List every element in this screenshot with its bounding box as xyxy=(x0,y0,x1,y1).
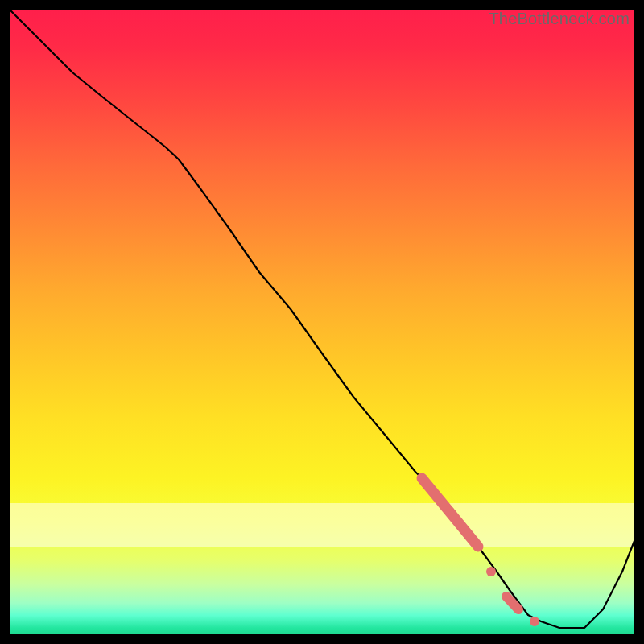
highlight-segment xyxy=(422,478,478,547)
curve-svg xyxy=(10,10,634,634)
chart-frame: { "watermark": "TheBottleneck.com", "col… xyxy=(0,0,644,644)
marker-point-c xyxy=(530,617,539,626)
bottleneck-curve-path xyxy=(10,10,634,628)
marker-point-a xyxy=(486,567,496,576)
plot-area: TheBottleneck.com xyxy=(10,10,634,634)
